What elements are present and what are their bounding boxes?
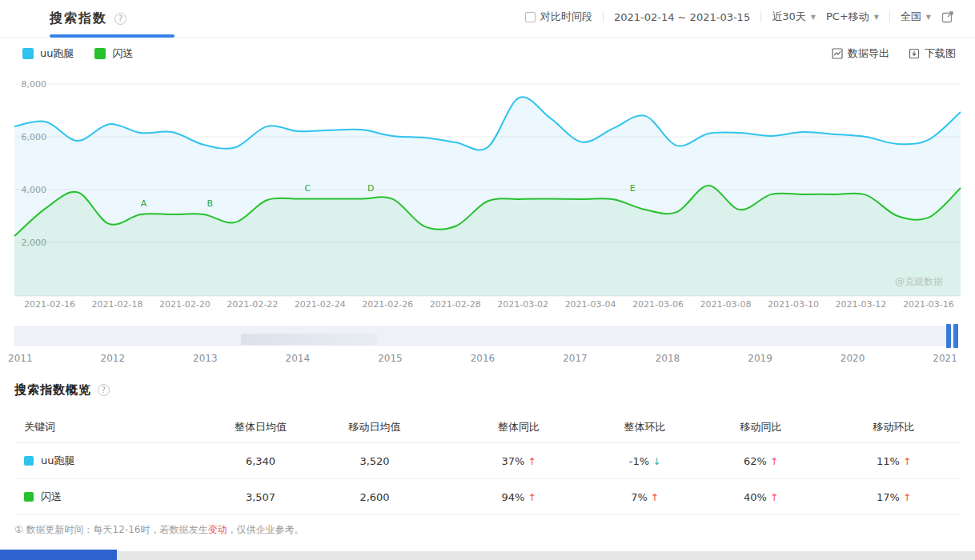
scrubber-preview	[241, 334, 377, 345]
column-header: 整体同比	[443, 420, 595, 434]
region-value: 全国	[901, 10, 921, 24]
year-label: 2014	[286, 353, 311, 364]
year-label: 2019	[748, 353, 772, 364]
keyword-swatch	[24, 456, 34, 466]
compare-period-label: 对比时间段	[540, 10, 592, 24]
legend-swatch-cyan	[22, 48, 34, 59]
chart-legend: uu跑腿 闪送	[22, 46, 133, 61]
trend-value: 17%↑	[827, 491, 961, 503]
note-highlight: 变动	[207, 524, 227, 535]
year-scrubber[interactable]	[14, 326, 957, 346]
x-tick-label: 2021-02-16	[24, 299, 75, 310]
help-icon[interactable]: ?	[98, 384, 110, 396]
trend-chart[interactable]: 8,0006,0004,0002,000ABCDE	[0, 74, 975, 299]
share-button[interactable]	[941, 10, 954, 23]
scrubber-handle-left[interactable]	[946, 324, 951, 348]
help-icon[interactable]: ?	[114, 13, 126, 25]
x-tick-label: 2021-02-22	[227, 299, 278, 310]
bottom-blue-block	[0, 550, 117, 560]
compare-period-checkbox[interactable]: 对比时间段	[525, 10, 592, 24]
avg-value: 3,507	[215, 491, 307, 503]
arrow-up-icon: ↑	[770, 456, 778, 467]
device-dropdown[interactable]: PC+移动 ▼	[826, 10, 879, 24]
x-tick-label: 2021-03-06	[632, 299, 684, 310]
arrow-up-icon: ↑	[903, 456, 911, 467]
table-row: uu跑腿6,3403,52037%↑-1%↓62%↑11%↑	[14, 443, 961, 479]
arrow-up-icon: ↑	[528, 492, 536, 503]
avg-value: 2,600	[307, 491, 443, 503]
checkbox-icon[interactable]	[525, 12, 536, 22]
avg-value: 3,520	[307, 455, 443, 467]
legend-item-keyword1[interactable]: uu跑腿	[22, 46, 74, 61]
time-span-dropdown[interactable]: 近30天 ▼	[772, 10, 816, 24]
device-value: PC+移动	[826, 10, 869, 24]
date-range-picker[interactable]: 2021-02-14 ~ 2021-03-15	[614, 11, 750, 23]
column-header: 移动环比	[827, 420, 961, 434]
overview-table: 关键词整体日均值移动日均值整体同比整体环比移动同比移动环比uu跑腿6,3403,…	[14, 411, 961, 515]
column-header: 关键词	[14, 420, 215, 434]
column-header: 移动日均值	[307, 420, 443, 434]
page-title: 搜索指数	[50, 10, 107, 27]
x-tick-label: 2021-03-12	[835, 299, 886, 310]
note-suffix: ，仅供企业参考。	[227, 524, 303, 535]
arrow-down-icon: ↓	[652, 456, 660, 467]
year-label: 2017	[563, 353, 588, 364]
watermark: @克观数据	[895, 275, 943, 289]
year-label: 2011	[8, 353, 33, 364]
overview-title: 搜索指数概览	[14, 382, 91, 398]
trend-value: 94%↑	[443, 491, 595, 503]
svg-text:A: A	[141, 198, 147, 209]
active-tab-underline	[50, 34, 175, 38]
chart-actions: 数据导出 下载图	[832, 46, 956, 61]
avg-value: 6,340	[215, 455, 307, 467]
data-export-button[interactable]: 数据导出	[832, 46, 889, 61]
chevron-down-icon: ▼	[874, 14, 879, 21]
header-bar: 搜索指数 ? 对比时间段 2021-02-14 ~ 2021-03-15 近30…	[0, 0, 975, 38]
svg-text:C: C	[305, 183, 311, 194]
tab-search-index[interactable]: 搜索指数 ?	[50, 10, 126, 27]
trend-value: 11%↑	[827, 455, 961, 467]
x-tick-label: 2021-03-02	[497, 299, 548, 310]
legend-item-keyword2[interactable]: 闪送	[94, 46, 133, 61]
keyword-label: uu跑腿	[41, 454, 74, 468]
x-axis: 2021-02-162021-02-182021-02-202021-02-22…	[24, 299, 954, 310]
data-export-label: 数据导出	[848, 46, 889, 61]
x-tick-label: 2021-02-26	[362, 299, 413, 310]
year-label: 2013	[193, 353, 218, 364]
svg-text:D: D	[367, 183, 374, 194]
chart-toolbar: uu跑腿 闪送 数据导出 下载图	[22, 46, 956, 61]
arrow-up-icon: ↑	[903, 492, 911, 503]
table-row: 闪送3,5072,60094%↑7%↑40%↑17%↑	[14, 479, 961, 515]
time-span-value: 近30天	[772, 10, 806, 24]
trend-export-icon	[832, 48, 843, 59]
x-tick-label: 2021-03-04	[565, 299, 616, 310]
bottom-strip	[0, 551, 975, 560]
share-icon	[941, 10, 954, 23]
x-tick-label: 2021-03-08	[700, 299, 752, 310]
download-image-button[interactable]: 下载图	[909, 46, 956, 61]
svg-text:E: E	[630, 183, 636, 194]
year-label: 2012	[101, 353, 126, 364]
separator	[603, 11, 604, 22]
legend-swatch-green	[94, 48, 106, 59]
trend-value: 62%↑	[695, 455, 827, 467]
x-tick-label: 2021-02-18	[91, 299, 142, 310]
arrow-up-icon: ↑	[770, 492, 778, 503]
keyword-cell: uu跑腿	[14, 454, 215, 468]
chevron-down-icon: ▼	[811, 14, 816, 21]
year-axis: 2011201220132014201520162017201820192020…	[8, 353, 957, 364]
x-tick-label: 2021-02-28	[430, 299, 481, 310]
keyword-cell: 闪送	[14, 490, 215, 504]
year-label: 2021	[933, 353, 957, 364]
svg-text:B: B	[207, 198, 214, 209]
x-tick-label: 2021-03-10	[768, 299, 819, 310]
overview-section-header: 搜索指数概览 ?	[14, 382, 110, 398]
region-dropdown[interactable]: 全国 ▼	[901, 10, 931, 24]
year-label: 2018	[656, 353, 680, 364]
scrubber-handle-right[interactable]	[953, 324, 958, 348]
trend-chart-svg: 8,0006,0004,0002,000ABCDE	[0, 74, 975, 299]
year-label: 2015	[378, 353, 403, 364]
year-label: 2016	[471, 353, 496, 364]
svg-text:8,000: 8,000	[22, 79, 47, 90]
chevron-down-icon: ▼	[926, 14, 931, 21]
